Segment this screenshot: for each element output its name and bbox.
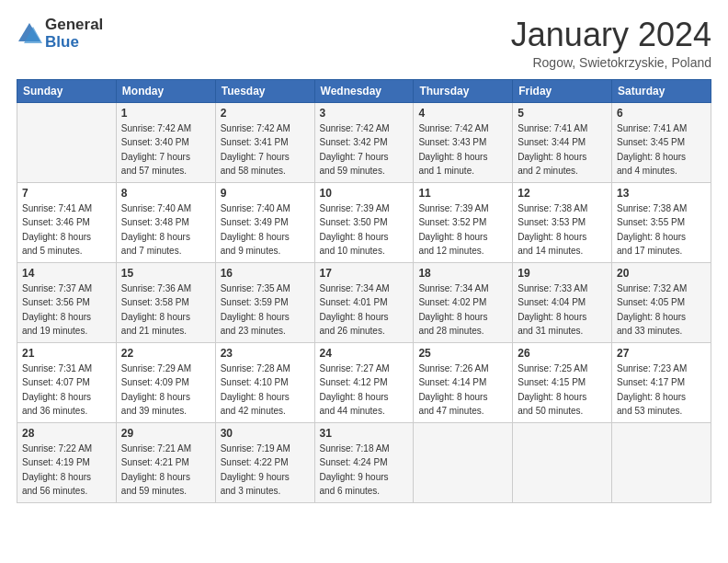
day-info: Sunrise: 7:18 AMSunset: 4:24 PMDaylight:… (320, 442, 409, 499)
day-number: 24 (320, 347, 409, 360)
day-info: Sunrise: 7:25 AMSunset: 4:15 PMDaylight:… (518, 362, 607, 419)
logo-text: General Blue (45, 17, 103, 51)
day-number: 20 (617, 267, 706, 280)
day-info: Sunrise: 7:19 AMSunset: 4:22 PMDaylight:… (221, 442, 310, 499)
day-number: 22 (121, 347, 210, 360)
day-number: 14 (22, 267, 111, 280)
table-row: 5Sunrise: 7:41 AMSunset: 3:44 PMDaylight… (513, 102, 612, 182)
table-row: 29Sunrise: 7:21 AMSunset: 4:21 PMDayligh… (116, 422, 215, 502)
day-number: 23 (221, 347, 310, 360)
day-number: 8 (121, 187, 210, 200)
day-info: Sunrise: 7:35 AMSunset: 3:59 PMDaylight:… (221, 282, 310, 339)
day-info: Sunrise: 7:42 AMSunset: 3:43 PMDaylight:… (418, 121, 507, 178)
day-number: 5 (518, 107, 607, 120)
logo-icon (17, 21, 42, 47)
day-number: 2 (221, 107, 310, 120)
day-number: 3 (320, 107, 409, 120)
day-number: 1 (121, 107, 210, 120)
table-row: 31Sunrise: 7:18 AMSunset: 4:24 PMDayligh… (314, 422, 414, 502)
calendar-header-row: Sunday Monday Tuesday Wednesday Thursday… (17, 79, 711, 102)
table-row: 21Sunrise: 7:31 AMSunset: 4:07 PMDayligh… (17, 342, 117, 422)
table-row: 2Sunrise: 7:42 AMSunset: 3:41 PMDaylight… (215, 102, 314, 182)
day-info: Sunrise: 7:39 AMSunset: 3:52 PMDaylight:… (418, 201, 507, 259)
table-row: 3Sunrise: 7:42 AMSunset: 3:42 PMDaylight… (314, 102, 414, 182)
day-info: Sunrise: 7:42 AMSunset: 3:41 PMDaylight:… (221, 121, 310, 178)
table-row: 10Sunrise: 7:39 AMSunset: 3:50 PMDayligh… (314, 182, 414, 262)
day-info: Sunrise: 7:37 AMSunset: 3:56 PMDaylight:… (22, 282, 111, 339)
day-info: Sunrise: 7:41 AMSunset: 3:44 PMDaylight:… (518, 121, 607, 178)
day-info: Sunrise: 7:42 AMSunset: 3:40 PMDaylight:… (121, 121, 210, 178)
day-number: 30 (221, 427, 310, 440)
day-info: Sunrise: 7:23 AMSunset: 4:17 PMDaylight:… (617, 362, 706, 419)
table-row: 15Sunrise: 7:36 AMSunset: 3:58 PMDayligh… (116, 262, 215, 342)
calendar-week-row: 1Sunrise: 7:42 AMSunset: 3:40 PMDaylight… (17, 102, 711, 182)
day-info: Sunrise: 7:41 AMSunset: 3:46 PMDaylight:… (22, 201, 111, 259)
table-row (513, 422, 612, 502)
location-subtitle: Rogow, Swietokrzyskie, Poland (511, 55, 711, 70)
table-row: 23Sunrise: 7:28 AMSunset: 4:10 PMDayligh… (215, 342, 314, 422)
table-row: 9Sunrise: 7:40 AMSunset: 3:49 PMDaylight… (215, 182, 314, 262)
day-info: Sunrise: 7:38 AMSunset: 3:53 PMDaylight:… (518, 201, 607, 259)
table-row: 16Sunrise: 7:35 AMSunset: 3:59 PMDayligh… (215, 262, 314, 342)
header-wednesday: Wednesday (314, 79, 414, 102)
day-info: Sunrise: 7:42 AMSunset: 3:42 PMDaylight:… (320, 121, 409, 178)
day-number: 4 (418, 107, 507, 120)
logo-blue-text: Blue (45, 34, 103, 52)
logo: General Blue (17, 17, 103, 51)
day-number: 21 (22, 347, 111, 360)
table-row (612, 422, 711, 502)
day-info: Sunrise: 7:29 AMSunset: 4:09 PMDaylight:… (121, 362, 210, 419)
day-number: 10 (320, 187, 409, 200)
calendar-week-row: 7Sunrise: 7:41 AMSunset: 3:46 PMDaylight… (17, 182, 711, 262)
title-block: January 2024 Rogow, Swietokrzyskie, Pola… (511, 17, 711, 70)
header-monday: Monday (116, 79, 215, 102)
day-number: 19 (518, 267, 607, 280)
calendar-week-row: 21Sunrise: 7:31 AMSunset: 4:07 PMDayligh… (17, 342, 711, 422)
table-row: 17Sunrise: 7:34 AMSunset: 4:01 PMDayligh… (314, 262, 414, 342)
header-saturday: Saturday (612, 79, 711, 102)
table-row: 20Sunrise: 7:32 AMSunset: 4:05 PMDayligh… (612, 262, 711, 342)
day-info: Sunrise: 7:40 AMSunset: 3:48 PMDaylight:… (121, 201, 210, 259)
day-number: 17 (320, 267, 409, 280)
day-number: 27 (617, 347, 706, 360)
table-row: 7Sunrise: 7:41 AMSunset: 3:46 PMDaylight… (17, 182, 117, 262)
day-info: Sunrise: 7:26 AMSunset: 4:14 PMDaylight:… (418, 362, 507, 419)
day-info: Sunrise: 7:31 AMSunset: 4:07 PMDaylight:… (22, 362, 111, 419)
table-row: 6Sunrise: 7:41 AMSunset: 3:45 PMDaylight… (612, 102, 711, 182)
table-row: 27Sunrise: 7:23 AMSunset: 4:17 PMDayligh… (612, 342, 711, 422)
header-thursday: Thursday (414, 79, 513, 102)
table-row: 26Sunrise: 7:25 AMSunset: 4:15 PMDayligh… (513, 342, 612, 422)
page: General Blue January 2024 Rogow, Swietok… (0, 0, 728, 563)
table-row: 14Sunrise: 7:37 AMSunset: 3:56 PMDayligh… (17, 262, 117, 342)
day-number: 26 (518, 347, 607, 360)
table-row: 13Sunrise: 7:38 AMSunset: 3:55 PMDayligh… (612, 182, 711, 262)
table-row: 19Sunrise: 7:33 AMSunset: 4:04 PMDayligh… (513, 262, 612, 342)
table-row: 28Sunrise: 7:22 AMSunset: 4:19 PMDayligh… (17, 422, 117, 502)
day-number: 31 (320, 427, 409, 440)
day-number: 13 (617, 187, 706, 200)
day-info: Sunrise: 7:41 AMSunset: 3:45 PMDaylight:… (617, 121, 706, 178)
day-number: 7 (22, 187, 111, 200)
day-info: Sunrise: 7:40 AMSunset: 3:49 PMDaylight:… (221, 201, 310, 259)
table-row: 4Sunrise: 7:42 AMSunset: 3:43 PMDaylight… (414, 102, 513, 182)
day-info: Sunrise: 7:36 AMSunset: 3:58 PMDaylight:… (121, 282, 210, 339)
header: General Blue January 2024 Rogow, Swietok… (17, 17, 711, 70)
day-info: Sunrise: 7:27 AMSunset: 4:12 PMDaylight:… (320, 362, 409, 419)
day-number: 18 (418, 267, 507, 280)
day-info: Sunrise: 7:33 AMSunset: 4:04 PMDaylight:… (518, 282, 607, 339)
header-friday: Friday (513, 79, 612, 102)
table-row (17, 102, 117, 182)
table-row (414, 422, 513, 502)
day-number: 16 (221, 267, 310, 280)
day-number: 9 (221, 187, 310, 200)
day-info: Sunrise: 7:22 AMSunset: 4:19 PMDaylight:… (22, 442, 111, 499)
day-info: Sunrise: 7:38 AMSunset: 3:55 PMDaylight:… (617, 201, 706, 259)
table-row: 1Sunrise: 7:42 AMSunset: 3:40 PMDaylight… (116, 102, 215, 182)
table-row: 18Sunrise: 7:34 AMSunset: 4:02 PMDayligh… (414, 262, 513, 342)
calendar-week-row: 14Sunrise: 7:37 AMSunset: 3:56 PMDayligh… (17, 262, 711, 342)
table-row: 8Sunrise: 7:40 AMSunset: 3:48 PMDaylight… (116, 182, 215, 262)
day-info: Sunrise: 7:28 AMSunset: 4:10 PMDaylight:… (221, 362, 310, 419)
header-tuesday: Tuesday (215, 79, 314, 102)
calendar-week-row: 28Sunrise: 7:22 AMSunset: 4:19 PMDayligh… (17, 422, 711, 502)
header-sunday: Sunday (17, 79, 117, 102)
